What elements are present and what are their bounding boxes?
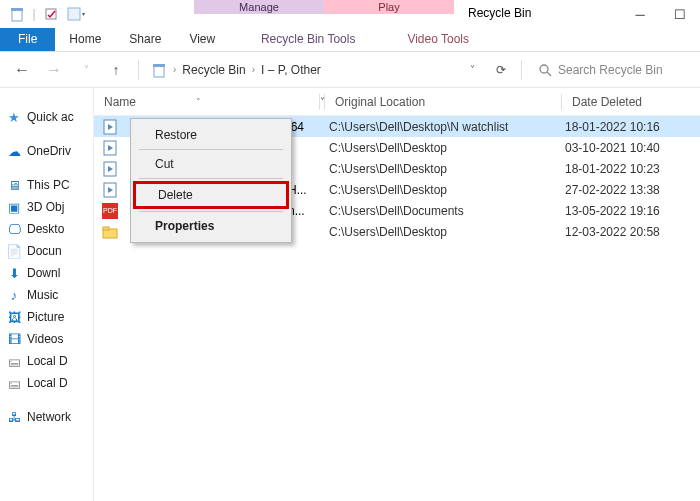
sidebar-item-label: Local D bbox=[27, 354, 68, 368]
sidebar-3d-objects[interactable]: ▣ 3D Obj bbox=[0, 196, 93, 218]
nav-recent-dropdown[interactable]: ˅ bbox=[74, 64, 98, 75]
download-icon: ⬇ bbox=[6, 265, 22, 281]
svg-rect-5 bbox=[153, 64, 165, 67]
cloud-icon: ☁ bbox=[6, 143, 22, 159]
svg-rect-3 bbox=[68, 8, 80, 20]
context-menu-cut[interactable]: Cut bbox=[133, 152, 289, 176]
separator bbox=[139, 149, 283, 150]
svg-rect-2 bbox=[46, 9, 56, 19]
tab-view[interactable]: View bbox=[175, 28, 229, 51]
sidebar-music[interactable]: ♪ Music bbox=[0, 284, 93, 306]
cube-icon: ▣ bbox=[6, 199, 22, 215]
sidebar-network[interactable]: 🖧 Network bbox=[0, 406, 93, 428]
sidebar-quick-access[interactable]: ★ Quick ac bbox=[0, 106, 93, 128]
tab-share[interactable]: Share bbox=[115, 28, 175, 51]
qat-properties-icon[interactable] bbox=[40, 3, 62, 25]
minimize-button[interactable]: ─ bbox=[620, 0, 660, 28]
address-dropdown-icon[interactable]: ˅ bbox=[470, 64, 475, 75]
chevron-right-icon[interactable]: › bbox=[252, 64, 255, 75]
svg-rect-17 bbox=[103, 227, 109, 230]
sidebar-local-disk-2[interactable]: 🖴 Local D bbox=[0, 372, 93, 394]
sidebar-item-label: 3D Obj bbox=[27, 200, 64, 214]
pc-icon: 🖥 bbox=[6, 177, 22, 193]
pdf-icon: PDF bbox=[102, 203, 118, 219]
window-title: Recycle Bin bbox=[454, 0, 620, 28]
column-header-location[interactable]: Original Location bbox=[325, 95, 561, 109]
video-file-icon bbox=[102, 119, 118, 135]
svg-line-7 bbox=[547, 72, 551, 76]
original-location: C:\Users\Dell\Desktop bbox=[319, 141, 555, 155]
disk-icon: 🖴 bbox=[6, 375, 22, 391]
refresh-button[interactable]: ⟳ bbox=[489, 63, 513, 77]
context-menu-restore[interactable]: Restore bbox=[133, 123, 289, 147]
qat-separator: | bbox=[30, 3, 38, 25]
separator bbox=[138, 60, 139, 80]
sidebar-this-pc[interactable]: 🖥 This PC bbox=[0, 174, 93, 196]
sidebar-item-label: Docun bbox=[27, 244, 62, 258]
breadcrumb-recycle-bin[interactable]: Recycle Bin bbox=[182, 63, 245, 77]
column-header-date[interactable]: Date Deleted bbox=[562, 95, 700, 109]
sidebar-desktop[interactable]: 🖵 Deskto bbox=[0, 218, 93, 240]
separator bbox=[139, 211, 283, 212]
separator bbox=[139, 178, 283, 179]
date-deleted: 18-01-2022 10:16 bbox=[555, 120, 700, 134]
sidebar-item-label: Downl bbox=[27, 266, 60, 280]
sidebar-item-label: Picture bbox=[27, 310, 64, 324]
sidebar-videos[interactable]: 🎞 Videos bbox=[0, 328, 93, 350]
document-icon: 📄 bbox=[6, 243, 22, 259]
search-input[interactable]: Search Recycle Bin bbox=[558, 63, 663, 77]
date-deleted: 03-10-2021 10:40 bbox=[555, 141, 700, 155]
contextual-tab-play: Play bbox=[324, 0, 454, 14]
column-header-name[interactable]: Name ˄ bbox=[94, 95, 319, 109]
original-location: C:\Users\Dell\Desktop bbox=[319, 183, 555, 197]
sidebar-item-label: Quick ac bbox=[27, 110, 74, 124]
original-location: C:\Users\Dell\Documents bbox=[319, 204, 555, 218]
recycle-bin-icon bbox=[6, 3, 28, 25]
nav-forward-button[interactable]: → bbox=[42, 61, 66, 79]
date-deleted: 13-05-2022 19:16 bbox=[555, 204, 700, 218]
contextual-tab-manage: Manage bbox=[194, 0, 324, 14]
date-deleted: 18-01-2022 10:23 bbox=[555, 162, 700, 176]
tab-video-tools[interactable]: Video Tools bbox=[373, 28, 503, 51]
nav-back-button[interactable]: ← bbox=[10, 61, 34, 79]
tab-recycle-bin-tools[interactable]: Recycle Bin Tools bbox=[243, 28, 373, 51]
nav-up-button[interactable]: ↑ bbox=[106, 62, 126, 78]
sidebar-item-label: Local D bbox=[27, 376, 68, 390]
desktop-icon: 🖵 bbox=[6, 221, 22, 237]
sidebar-item-label: Videos bbox=[27, 332, 63, 346]
separator bbox=[521, 60, 522, 80]
sidebar-local-disk-1[interactable]: 🖴 Local D bbox=[0, 350, 93, 372]
original-location: C:\Users\Dell\Desktop\N watchlist bbox=[319, 120, 555, 134]
music-icon: ♪ bbox=[6, 287, 22, 303]
star-icon: ★ bbox=[6, 109, 22, 125]
svg-rect-1 bbox=[11, 8, 23, 11]
sort-ascending-icon: ˄ bbox=[196, 97, 201, 107]
sidebar-item-label: Deskto bbox=[27, 222, 64, 236]
context-menu-properties[interactable]: Properties bbox=[133, 214, 289, 238]
search-icon bbox=[538, 63, 552, 77]
sidebar-item-label: This PC bbox=[27, 178, 70, 192]
column-header-label: Name bbox=[104, 95, 136, 109]
breadcrumb-icon[interactable] bbox=[151, 62, 167, 78]
tab-home[interactable]: Home bbox=[55, 28, 115, 51]
date-deleted: 12-03-2022 20:58 bbox=[555, 225, 700, 239]
sidebar-documents[interactable]: 📄 Docun bbox=[0, 240, 93, 262]
date-deleted: 27-02-2022 13:38 bbox=[555, 183, 700, 197]
chevron-right-icon[interactable]: › bbox=[173, 64, 176, 75]
breadcrumb-group[interactable]: I – P, Other bbox=[261, 63, 321, 77]
sidebar-downloads[interactable]: ⬇ Downl bbox=[0, 262, 93, 284]
svg-point-6 bbox=[540, 65, 548, 73]
video-file-icon bbox=[102, 182, 118, 198]
sidebar-pictures[interactable]: 🖼 Picture bbox=[0, 306, 93, 328]
tab-file[interactable]: File bbox=[0, 28, 55, 51]
video-icon: 🎞 bbox=[6, 331, 22, 347]
maximize-button[interactable]: ☐ bbox=[660, 0, 700, 28]
qat-dropdown-icon[interactable] bbox=[64, 3, 88, 25]
highlight-annotation: Delete bbox=[133, 181, 289, 209]
context-menu-delete[interactable]: Delete bbox=[136, 184, 286, 206]
disk-icon: 🖴 bbox=[6, 353, 22, 369]
picture-icon: 🖼 bbox=[6, 309, 22, 325]
network-icon: 🖧 bbox=[6, 409, 22, 425]
sidebar-onedrive[interactable]: ☁ OneDriv bbox=[0, 140, 93, 162]
context-menu: Restore Cut Delete Properties bbox=[130, 118, 292, 243]
